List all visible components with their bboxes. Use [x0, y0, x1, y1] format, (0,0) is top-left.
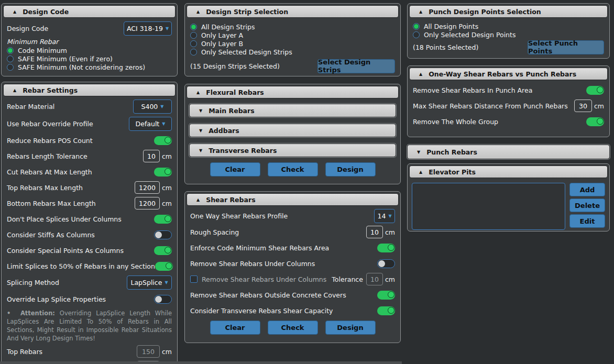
stiffs-as-columns-toggle[interactable]	[154, 230, 172, 239]
collapse-up-icon: ▲	[13, 88, 16, 93]
collapse-down-icon: ▼	[199, 128, 202, 133]
top-max-length-input[interactable]: 1200	[135, 181, 160, 194]
elevator-pits-add-button[interactable]: Add	[569, 183, 605, 196]
remove-in-punch-area-toggle[interactable]	[586, 86, 604, 95]
transverse-rebars-section-header[interactable]: ▼ Transverse Rebars	[189, 144, 396, 157]
remove-in-punch-area-label: Remove Shear Rebars In Punch Area	[413, 86, 532, 94]
remove-under-columns-toggle[interactable]	[377, 259, 395, 268]
reduce-pos-toggle[interactable]	[154, 136, 172, 145]
remove-under-columns-checkbox-group[interactable]: Remove Shear Rebars Under Columns	[190, 275, 326, 283]
radio-option-safe-minimum-nozeros[interactable]: SAFE Minimum (Not considering zeros)	[2, 63, 177, 71]
punch-points-selection-header[interactable]: ▲ Punch Design Points Selection	[409, 5, 608, 18]
override-profile-label: Use Rebar Override Profile	[7, 120, 93, 128]
bottom-max-length-input[interactable]: 1200	[135, 197, 160, 209]
collapse-up-icon: ▲	[196, 9, 200, 14]
override-profile-dropdown[interactable]: Default ▼	[129, 117, 172, 131]
addbars-section-header[interactable]: ▼ Addbars	[189, 124, 396, 137]
radio-icon	[7, 47, 14, 54]
radio-option-all-strips[interactable]: All Design Strips	[185, 23, 400, 31]
shear-rebars-panel: ▲ Shear Rebars One Way Shear Rebars Prof…	[184, 191, 401, 343]
radio-icon	[7, 64, 14, 71]
special-points-as-columns-label: Consider Special Points As Columns	[7, 247, 124, 255]
shear-check-button[interactable]: Check	[268, 321, 318, 335]
panel-title: One-Way Shear Rebars vs Punch Rebars	[429, 70, 576, 78]
punch-points-selection-panel: ▲ Punch Design Points Selection All Desi…	[407, 3, 610, 59]
flexural-check-button[interactable]: Check	[268, 162, 318, 177]
rebar-settings-panel-header[interactable]: ▲ Rebar Settings	[3, 84, 176, 96]
unit-label: cm	[162, 152, 172, 160]
splicing-method-label: Splicing Method	[7, 279, 59, 286]
shear-design-button[interactable]: Design	[325, 321, 376, 335]
override-lap-splice-toggle[interactable]	[154, 295, 172, 304]
oneway-vs-punch-header[interactable]: ▲ One-Way Shear Rebars vs Punch Rebars	[409, 68, 608, 80]
cut-max-length-label: Cut Rebars At Max Length	[7, 168, 92, 176]
checkbox-label: Remove Shear Rebars Under Columns	[202, 275, 326, 283]
elevator-pits-edit-button[interactable]: Edit	[569, 214, 605, 228]
limit-splices-toggle[interactable]	[155, 262, 173, 271]
checkbox-icon[interactable]	[190, 275, 198, 283]
panel-title: Rebar Settings	[23, 86, 78, 94]
dropdown-value: Default	[136, 120, 160, 128]
rough-spacing-input[interactable]: 10	[366, 226, 383, 238]
radio-icon	[7, 56, 14, 62]
flexural-clear-button[interactable]: Clear	[210, 162, 260, 177]
main-rebars-section-header[interactable]: ▼ Main Rebars	[189, 104, 396, 117]
radio-option-layer-b[interactable]: Only Layer B	[185, 39, 400, 48]
design-code-dropdown[interactable]: ACI 318-19 ▼	[124, 21, 172, 36]
tolerance-input[interactable]: 10	[366, 273, 383, 285]
collapse-up-icon: ▲	[196, 90, 200, 95]
enforce-code-min-toggle[interactable]	[377, 244, 395, 252]
cut-max-length-toggle[interactable]	[154, 168, 172, 177]
special-points-as-columns-toggle[interactable]	[154, 246, 172, 255]
length-tolerance-label: Rebars Length Tolerance	[7, 152, 87, 160]
radio-option-all-points[interactable]: All Design Points	[408, 22, 609, 30]
rebar-material-dropdown[interactable]: S400 ▼	[133, 100, 172, 114]
collapse-up-icon: ▲	[419, 72, 422, 76]
elevator-pits-list[interactable]	[412, 183, 565, 230]
elevator-pits-delete-button[interactable]: Delete	[569, 198, 605, 212]
punch-rebars-section-header[interactable]: ▼ Punch Rebars	[407, 145, 610, 159]
flexural-design-button[interactable]: Design	[325, 162, 376, 177]
radio-option-layer-a[interactable]: Only Layer A	[185, 31, 400, 39]
elevator-pits-header[interactable]: ▲ Elevator Pits	[409, 166, 608, 178]
radio-icon	[413, 23, 420, 30]
radio-option-safe-minimum-even[interactable]: SAFE Minimum (Even if zero)	[2, 54, 177, 63]
section-title: Punch Rebars	[426, 148, 477, 156]
flexural-rebars-header[interactable]: ▲ Flexural Rebars	[187, 86, 399, 98]
radio-label: All Design Strips	[201, 23, 255, 31]
select-design-strips-button[interactable]: Select Design Strips	[317, 59, 395, 73]
max-distance-input[interactable]: 30	[574, 100, 592, 112]
radio-icon	[190, 40, 197, 47]
remove-outside-covers-label: Remove Shear Rebars Outside Concrete Cov…	[190, 291, 346, 299]
section-title: Transverse Rebars	[209, 147, 277, 155]
radio-label: Only Selected Design Strips	[201, 48, 292, 56]
rebar-settings-panel: ▲ Rebar Settings Rebar Material S400 ▼ U…	[1, 82, 178, 364]
radio-option-selected-strips[interactable]: Only Selected Design Strips	[185, 48, 400, 56]
panel-title: Elevator Pits	[429, 168, 476, 176]
attention-title: Attention:	[20, 310, 55, 317]
bullet-icon: •	[7, 310, 10, 317]
chevron-down-icon: ▼	[388, 214, 391, 218]
radio-option-code-minimum[interactable]: Code Minimum	[2, 46, 177, 54]
limit-splices-label: Limit Splices to 50% of Rebars in any Se…	[7, 262, 155, 270]
bottom-max-length-label: Bottom Rebars Max Length	[7, 200, 96, 207]
radio-label: SAFE Minimum (Not considering zeros)	[18, 63, 145, 71]
design-code-panel-header[interactable]: ▲ Design Code	[3, 5, 176, 18]
length-tolerance-input[interactable]: 10	[143, 150, 160, 162]
remove-whole-group-toggle[interactable]	[586, 117, 604, 126]
remove-outside-covers-toggle[interactable]	[377, 291, 395, 300]
oneway-profile-dropdown[interactable]: 14 ▼	[374, 209, 395, 223]
shear-rebars-header[interactable]: ▲ Shear Rebars	[187, 193, 399, 206]
consider-transverse-toggle[interactable]	[377, 306, 395, 315]
select-punch-points-button[interactable]: Select Punch Points	[528, 40, 604, 54]
unit-label: cm	[162, 348, 172, 356]
enforce-code-min-label: Enforce Code Minimum Shear Rebars Area	[190, 244, 329, 252]
no-splices-under-columns-toggle[interactable]	[154, 215, 172, 224]
top-rebars-input[interactable]: 150	[137, 345, 160, 358]
splicing-method-dropdown[interactable]: LapSplice ▼	[127, 275, 172, 290]
design-strip-selection-header[interactable]: ▲ Design Strip Selection	[187, 5, 399, 18]
dropdown-value: 14	[377, 212, 386, 220]
design-code-panel: ▲ Design Code Design Code ACI 318-19 ▼ M…	[1, 3, 178, 76]
radio-option-selected-points[interactable]: Only Selected Design Points	[408, 30, 609, 39]
shear-clear-button[interactable]: Clear	[210, 321, 260, 335]
